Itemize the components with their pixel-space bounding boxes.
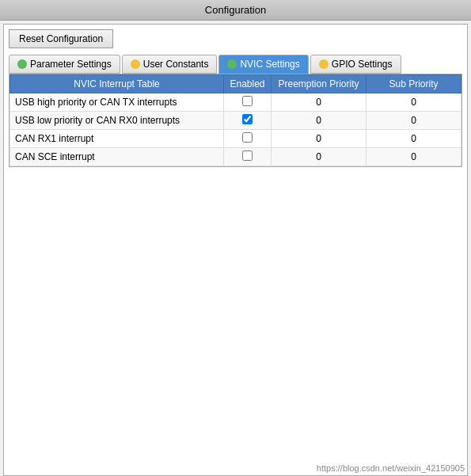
checkbox-enabled-2[interactable] — [242, 132, 253, 143]
tab-nvic[interactable]: NVIC Settings — [218, 55, 308, 74]
table-container: NVIC Interrupt TableEnabledPreemption Pr… — [9, 74, 462, 167]
tab-icon-param — [17, 59, 27, 69]
row-enabled-3[interactable] — [224, 148, 272, 166]
content-area: Reset Configuration Parameter SettingsUs… — [3, 24, 468, 476]
checkbox-enabled-3[interactable] — [242, 150, 253, 161]
row-enabled-2[interactable] — [224, 130, 272, 148]
row-subpriority-0: 0 — [367, 93, 462, 112]
tab-icon-gpio — [319, 59, 329, 69]
table-row: CAN SCE interrupt00 — [10, 148, 462, 166]
tabs-container: Parameter SettingsUser ConstantsNVIC Set… — [9, 55, 462, 74]
table-header-row: NVIC Interrupt TableEnabledPreemption Pr… — [10, 75, 462, 93]
col-header-1: Enabled — [224, 75, 272, 93]
row-name-1: USB low priority or CAN RX0 interrupts — [10, 112, 224, 130]
tab-icon-user — [131, 59, 140, 69]
tab-label-gpio: GPIO Settings — [332, 59, 393, 70]
checkbox-enabled-1[interactable] — [242, 114, 253, 124]
tab-label-user: User Constants — [143, 59, 209, 70]
row-preemption-2: 0 — [272, 130, 367, 148]
tab-param[interactable]: Parameter Settings — [9, 55, 120, 74]
row-subpriority-2: 0 — [367, 130, 462, 148]
row-enabled-1[interactable] — [224, 112, 272, 130]
col-header-3: Sub Priority — [367, 75, 462, 93]
checkbox-enabled-0[interactable] — [242, 96, 253, 106]
row-name-2: CAN RX1 interrupt — [10, 130, 224, 148]
row-preemption-0: 0 — [272, 93, 367, 112]
tab-gpio[interactable]: GPIO Settings — [310, 55, 401, 74]
table-row: USB high priority or CAN TX interrupts00 — [10, 93, 462, 112]
row-subpriority-3: 0 — [367, 148, 462, 166]
reset-config-button[interactable]: Reset Configuration — [9, 29, 113, 48]
col-header-2: Preemption Priority — [272, 75, 367, 93]
title-bar: Configuration — [0, 0, 471, 21]
row-name-3: CAN SCE interrupt — [10, 148, 224, 166]
tab-user[interactable]: User Constants — [122, 55, 218, 74]
tab-icon-nvic — [227, 59, 237, 69]
row-name-0: USB high priority or CAN TX interrupts — [10, 93, 224, 112]
table-row: CAN RX1 interrupt00 — [10, 130, 462, 148]
title-label: Configuration — [205, 4, 266, 16]
col-header-0: NVIC Interrupt Table — [10, 75, 224, 93]
row-enabled-0[interactable] — [224, 93, 272, 112]
row-subpriority-1: 0 — [367, 112, 462, 130]
row-preemption-3: 0 — [272, 148, 367, 166]
tab-label-param: Parameter Settings — [30, 59, 112, 70]
row-preemption-1: 0 — [272, 112, 367, 130]
tab-label-nvic: NVIC Settings — [240, 59, 299, 70]
footer-url: https://blog.csdn.net/weixin_42150905 — [317, 463, 465, 473]
table-row: USB low priority or CAN RX0 interrupts00 — [10, 112, 462, 130]
